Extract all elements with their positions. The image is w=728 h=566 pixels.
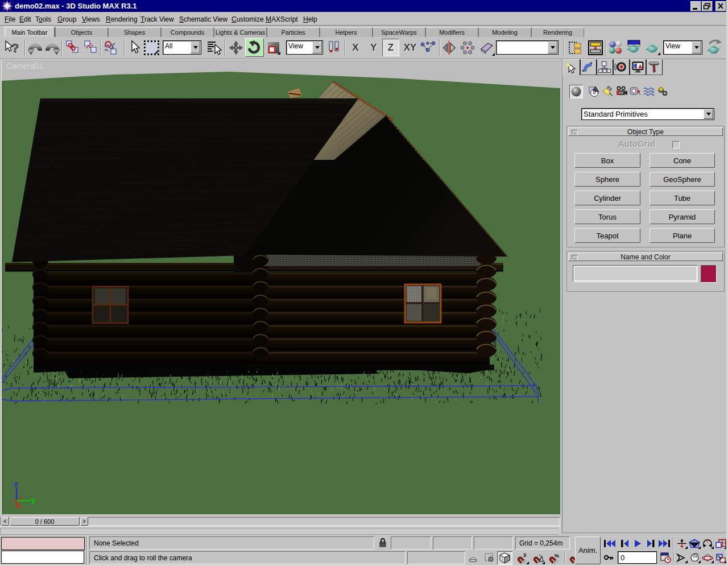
svg-text:?: ? bbox=[11, 41, 19, 55]
svg-text:z: z bbox=[14, 480, 18, 488]
svg-text:x: x bbox=[18, 503, 21, 509]
svg-text:3: 3 bbox=[523, 552, 526, 558]
svg-text:%: % bbox=[555, 553, 559, 559]
svg-text:Camera01: Camera01 bbox=[6, 61, 44, 71]
svg-text:y: y bbox=[31, 495, 36, 504]
